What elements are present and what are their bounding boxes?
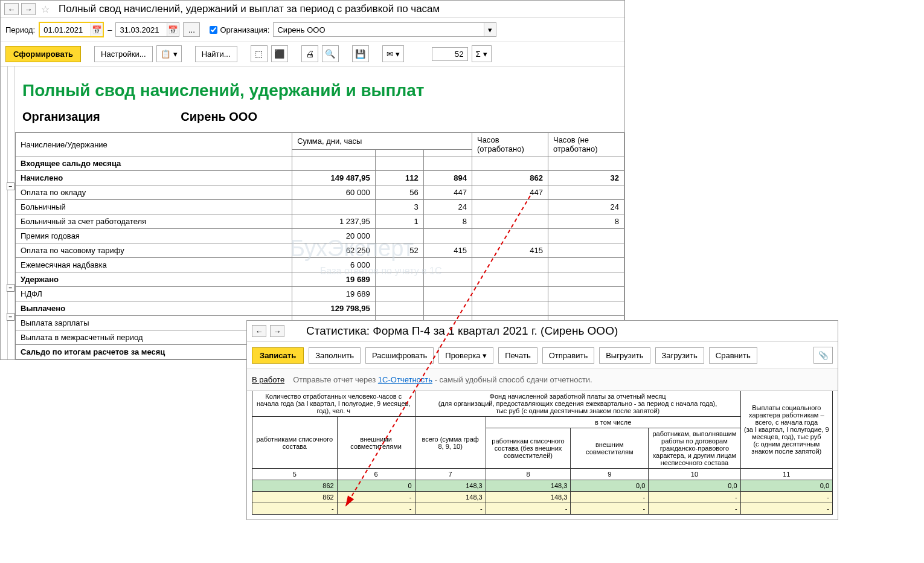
col-number: 5 [252, 469, 338, 480]
table-row[interactable]: Премия годовая20 000 [16, 229, 624, 243]
report-body: Полный свод начислений, удержаний и выпл… [15, 66, 624, 359]
tree-collapse-icon[interactable]: − [7, 182, 14, 190]
h-sub3: всего (сумма граф 8, 9, 10) [415, 417, 486, 469]
settings-button[interactable]: Настройки... [94, 46, 153, 62]
table-row[interactable]: Ежемесячная надбавка6 000 [16, 258, 624, 272]
w2-body: Количество отработанных человеко-часов с… [247, 391, 838, 520]
hdr-hours-not: Часов (не отработано) [548, 133, 624, 156]
w2-toolbar: Записать Заполнить Расшифровать Проверка… [247, 342, 838, 369]
report-org-value: Сирень ООО [181, 110, 257, 123]
report-org-label: Организация [22, 110, 100, 123]
sigma-button[interactable]: Σ ▾ [472, 45, 492, 62]
import-button[interactable]: Загрузить [655, 347, 704, 364]
stats-window: ← → Статистика: Форма П-4 за 1 квартал 2… [246, 320, 838, 520]
table-row[interactable]: Выплачено−129 798,95 [16, 301, 624, 316]
report-area: Полный свод начислений, удержаний и выпл… [1, 66, 624, 359]
form-button[interactable]: Сформировать [5, 46, 81, 62]
tree-collapse-icon[interactable]: − [7, 284, 14, 292]
mail-button[interactable]: ✉ ▾ [382, 45, 404, 62]
nav-back-button[interactable]: ← [4, 3, 19, 15]
h-group3: Выплаты социального характера работникам… [740, 391, 832, 469]
org-checkbox[interactable] [210, 26, 217, 34]
preview-icon[interactable]: 🔍 [322, 45, 339, 62]
h-sub4: в том числе [486, 417, 740, 428]
org-dropdown-icon[interactable]: ▾ [484, 23, 496, 36]
w2-nav-forward-button[interactable]: → [270, 325, 284, 337]
date-dash: – [107, 25, 112, 34]
org-label: Организация: [220, 25, 269, 34]
table-row[interactable]: НДФЛ19 689 [16, 287, 624, 301]
col-number: 11 [740, 469, 832, 480]
date-from-input[interactable] [40, 24, 91, 36]
hdr-summ: Сумма, дни, часы [292, 133, 472, 150]
find-button[interactable]: Найти... [195, 46, 237, 62]
date-from-calendar-icon[interactable]: 📅 [91, 23, 103, 36]
table-row[interactable]: Начислено−149 487,9511289486232 [16, 171, 624, 185]
filter-bar: Период: 📅 – 📅 ... Организация: ▾ [1, 18, 624, 42]
period-label: Период: [5, 25, 35, 34]
report-title: Полный свод начислений, удержаний и выпл… [15, 66, 624, 106]
status-label[interactable]: В работе [252, 375, 284, 384]
data-row[interactable]: 862-148,3148,3--- [252, 492, 833, 503]
h-group1: Количество отработанных человеко-часов с… [252, 391, 415, 417]
date-to-input[interactable] [116, 24, 167, 36]
report-link[interactable]: 1С-Отчетность [378, 375, 432, 384]
h-sub1: работниками списочного состава [252, 417, 338, 469]
report-toolbar: Сформировать Настройки... 📋 ▾ Найти... ⬚… [1, 42, 624, 66]
org-input[interactable] [274, 24, 484, 36]
check-button[interactable]: Проверка ▾ [438, 347, 493, 364]
h-sub5: работникам списочного состава (без внешн… [486, 428, 571, 469]
w2-title: Статистика: Форма П-4 за 1 квартал 2021 … [306, 324, 618, 338]
col-number: 7 [415, 469, 486, 480]
table-row[interactable]: Входящее сальдо месяца [16, 156, 624, 171]
hdr-name: Начисление/Удержание [16, 133, 292, 156]
send-button[interactable]: Отправить [542, 347, 594, 364]
hdr-hours-worked: Часов (отработано) [472, 133, 548, 156]
w2-nav-back-button[interactable]: ← [252, 325, 266, 337]
export-button[interactable]: Выгрузить [599, 347, 650, 364]
print-icon[interactable]: 🖨 [301, 45, 318, 62]
collapse-icon[interactable]: ⬛ [271, 45, 288, 62]
nav-forward-button[interactable]: → [21, 3, 36, 15]
col-number: 6 [337, 469, 415, 480]
decode-button[interactable]: Расшифровать [365, 347, 434, 364]
w2-status-bar: В работе Отправьте отчет через 1С-Отчетн… [247, 369, 838, 391]
table-row[interactable]: Оплата по окладу60 00056447447 [16, 185, 624, 200]
status-hint: Отправьте отчет через 1С-Отчетность - са… [293, 375, 592, 384]
table-row[interactable]: Удержано−19 689 [16, 272, 624, 287]
w2-title-bar: ← → Статистика: Форма П-4 за 1 квартал 2… [247, 321, 838, 342]
table-row[interactable]: Оплата по часовому тарифу62 25052415415 [16, 243, 624, 258]
expand-icon[interactable]: ⬚ [251, 45, 268, 62]
fill-button[interactable]: Заполнить [309, 347, 361, 364]
favorite-star-icon[interactable]: ☆ [38, 3, 53, 15]
table-row[interactable]: Больничный за счет работодателя1 237,951… [16, 214, 624, 229]
org-checkbox-label[interactable]: Организация: [210, 25, 269, 34]
report-window: ← → ☆ Полный свод начислений, удержаний … [0, 0, 625, 360]
date-from-field[interactable]: 📅 [39, 22, 104, 37]
tree-collapse-icon[interactable]: − [7, 313, 14, 321]
h-sub6: внешним совместителям [571, 428, 649, 469]
col-number: 8 [486, 469, 571, 480]
col-number: 10 [649, 469, 740, 480]
save-icon[interactable]: 💾 [352, 45, 369, 62]
print-button[interactable]: Печать [498, 347, 537, 364]
attachment-icon[interactable]: 📎 [813, 347, 833, 364]
org-select[interactable]: ▾ [273, 22, 496, 37]
compare-button[interactable]: Сравнить [709, 347, 757, 364]
period-dots-button[interactable]: ... [183, 22, 200, 37]
col-number: 9 [571, 469, 649, 480]
form-p4-table: Количество отработанных человеко-часов с… [252, 391, 833, 515]
h-sub2: внешними совместителями [337, 417, 415, 469]
page-number-input[interactable] [432, 47, 468, 61]
data-row[interactable]: 8620148,3148,30,00,00,0 [252, 480, 833, 492]
variants-button[interactable]: 📋 ▾ [156, 45, 182, 62]
title-bar: ← → ☆ Полный свод начислений, удержаний … [1, 1, 624, 18]
date-to-calendar-icon[interactable]: 📅 [167, 23, 179, 36]
h-group2: Фонд начисленной заработной платы за отч… [415, 391, 740, 417]
table-row[interactable]: Больничный32424 [16, 200, 624, 214]
date-to-field[interactable]: 📅 [115, 22, 179, 37]
h-sub7: работникам, выполнявшим работы по догово… [649, 428, 740, 469]
data-row[interactable]: ------- [252, 503, 833, 515]
window-title: Полный свод начислений, удержаний и выпл… [59, 3, 440, 15]
save-button[interactable]: Записать [252, 347, 304, 364]
